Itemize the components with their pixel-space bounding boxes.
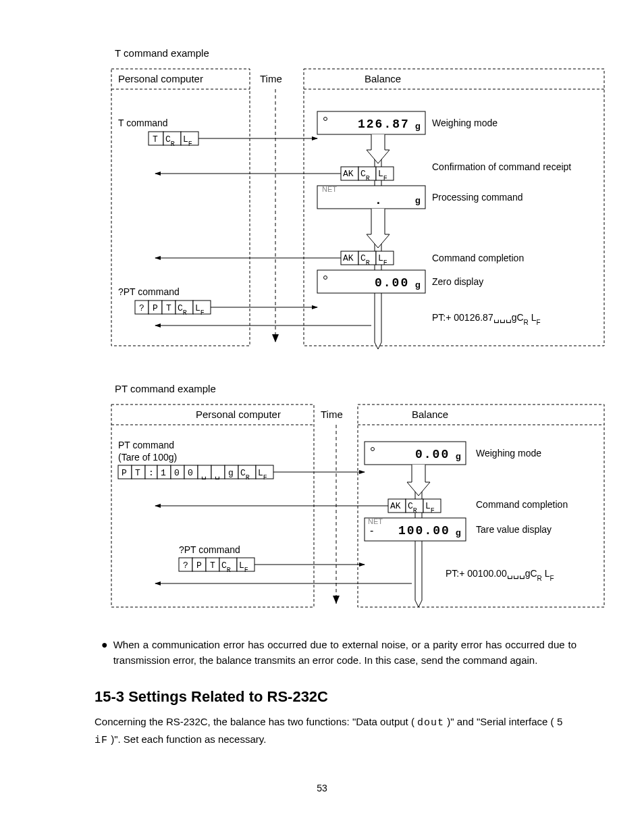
code-dout: dout <box>417 717 444 729</box>
svg-text:0: 0 <box>188 468 193 478</box>
display-zero: 0.00 g <box>317 270 425 293</box>
pt-cmd-label: PT command <box>118 440 174 450</box>
svg-text:0.00: 0.00 <box>375 276 409 290</box>
pc-header: Personal computer <box>118 73 203 84</box>
t-example-diagram: Personal computer Time Balance T command… <box>108 66 608 356</box>
error-note-text: When a communication error has occurred … <box>113 637 576 668</box>
svg-text:␣: ␣ <box>201 470 207 480</box>
display-tare: NET - 100.00 g <box>365 517 466 541</box>
svg-text:0.00: 0.00 <box>415 448 450 461</box>
svg-text:T: T <box>135 468 140 478</box>
page-number: 53 <box>41 783 603 793</box>
t-cmd-cells: T CR LF <box>149 132 198 148</box>
svg-text:100.00: 100.00 <box>398 524 450 538</box>
ak-box-pt: AK CR LF <box>388 499 441 515</box>
svg-text:g: g <box>228 468 234 478</box>
desc-confirm: Confirmation of command receipt <box>432 161 571 172</box>
qpt-cmd-cells: ? P T CR LF <box>135 301 211 317</box>
t-example-caption: T command example <box>115 47 603 59</box>
svg-text:0: 0 <box>174 468 180 478</box>
desc-zero: Zero display <box>432 276 483 287</box>
ak-box-1: AK CR LF <box>341 167 394 182</box>
t-cmd-label: T command <box>118 118 168 128</box>
svg-text:g: g <box>415 195 421 205</box>
desc-weighing: Weighing mode <box>432 118 498 128</box>
desc-tare: Tare value display <box>476 524 552 535</box>
pt-example-diagram: Personal computer Time Balance PT comman… <box>108 401 608 610</box>
time-header: Time <box>260 73 282 84</box>
qpt-cmd-label: ?PT command <box>118 286 180 297</box>
svg-text:P: P <box>122 468 127 478</box>
svg-text:126.87: 126.87 <box>358 118 410 131</box>
svg-text:T: T <box>210 561 215 571</box>
svg-text:AK: AK <box>343 253 354 263</box>
svg-text:AK: AK <box>390 501 401 511</box>
svg-text:T: T <box>166 303 171 313</box>
svg-text:1: 1 <box>161 468 166 478</box>
pt-example-caption: PT command example <box>115 383 603 394</box>
svg-text:P: P <box>196 561 202 571</box>
svg-text:?: ? <box>139 303 144 313</box>
svg-text:␣: ␣ <box>215 470 220 480</box>
pt-cmd-note: (Tare of 100g) <box>118 452 177 463</box>
balance-header-2: Balance <box>412 409 448 420</box>
balance-header: Balance <box>365 73 401 84</box>
desc-complete-2: Command completion <box>476 499 568 510</box>
display-zero-2: 0.00 g <box>365 442 466 465</box>
desc-processing: Processing command <box>432 192 523 203</box>
desc-complete: Command completion <box>432 253 524 263</box>
section-heading: 15-3 Settings Related to RS-232C <box>95 688 576 706</box>
svg-text:T: T <box>153 134 158 145</box>
svg-text:P: P <box>153 303 158 313</box>
time-header-2: Time <box>321 409 343 420</box>
svg-text:g: g <box>415 121 421 131</box>
pt-cmd-cells: P T : 1 0 0 ␣ ␣ g CR LF <box>118 465 273 481</box>
svg-text:NET: NET <box>322 185 337 193</box>
reply-text: PT:+ 00126.87␣␣␣gCR LF <box>432 312 541 326</box>
reply-text-2: PT:+ 00100.00␣␣␣gCR LF <box>446 568 554 582</box>
svg-text:-: - <box>370 525 373 536</box>
display-processing: NET . g <box>317 185 425 209</box>
svg-text:g: g <box>415 280 421 290</box>
error-note: ● When a communication error has occurre… <box>101 637 576 668</box>
svg-text:.: . <box>375 194 383 207</box>
svg-text:AK: AK <box>343 169 354 179</box>
svg-text:g: g <box>456 451 461 461</box>
svg-text::: : <box>149 468 154 478</box>
section-body: Concerning the RS-232C, the balance has … <box>95 714 576 749</box>
svg-text:?: ? <box>183 561 188 571</box>
bullet-icon: ● <box>101 637 108 668</box>
pc-header-2: Personal computer <box>196 409 281 420</box>
desc-weighing-2: Weighing mode <box>476 448 541 459</box>
ak-box-2: AK CR LF <box>341 251 394 267</box>
qpt-cmd-cells-2: ? P T CR LF <box>179 558 254 574</box>
svg-text:g: g <box>456 527 461 538</box>
display-weighing: 126.87 g <box>317 111 425 134</box>
qpt-cmd-label-2: ?PT command <box>179 544 240 555</box>
